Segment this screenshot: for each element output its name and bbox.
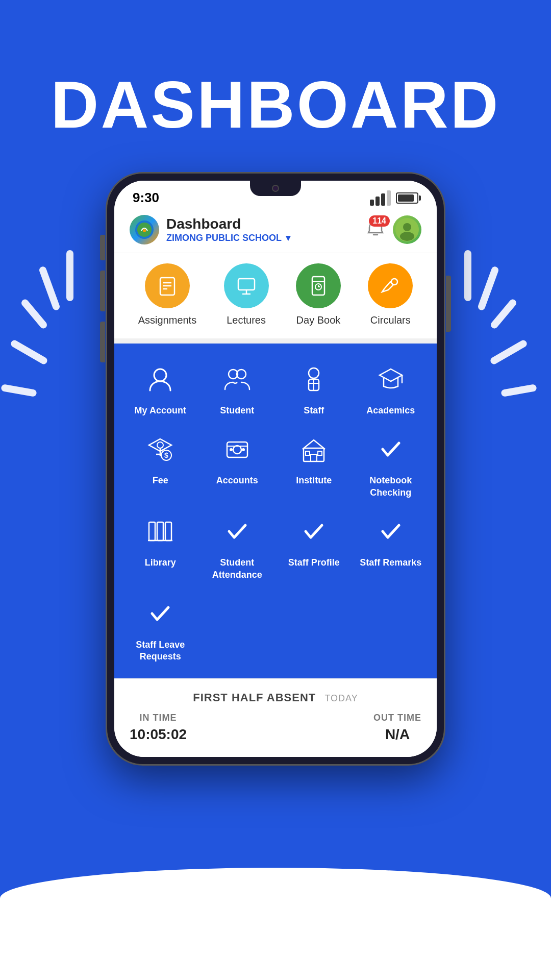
staff-remarks-icon [370,511,411,552]
section-divider [114,338,437,344]
daybook-icon [296,263,341,308]
svg-point-30 [154,369,166,381]
user-avatar[interactable] [393,215,421,244]
quick-icon-assignments[interactable]: Assignments [138,263,197,326]
bg-dashboard-title: DASHBOARD [0,66,551,143]
notebook-checking-icon [370,429,411,470]
my-account-label: My Account [135,405,186,416]
quick-icon-circulars[interactable]: Circulars [368,263,413,326]
in-time-col: IN TIME 10:05:02 [130,713,187,743]
accounts-label: Accounts [216,475,258,486]
menu-item-staff-leave-requests[interactable]: Staff Leave Requests [124,593,196,663]
staff-profile-icon [293,511,334,552]
out-time-value: N/A [373,726,421,743]
attendance-row: IN TIME 10:05:02 OUT TIME N/A [130,713,421,743]
svg-rect-21 [238,279,255,290]
svg-point-15 [403,223,411,231]
menu-item-student[interactable]: Student [202,359,273,416]
institute-icon [293,429,334,470]
school-logo [130,215,159,244]
menu-item-staff-remarks[interactable]: Staff Remarks [355,511,427,581]
bg-bottom-curve [0,868,551,980]
quick-icons-row: Assignments Lectures [114,253,437,338]
svg-rect-7 [464,250,471,301]
svg-point-45 [242,448,245,451]
library-label: Library [145,557,176,569]
academics-label: Academics [366,405,415,416]
notification-badge: 114 [369,215,390,227]
svg-point-16 [400,232,414,241]
student-icon [217,359,258,400]
header-title: Dashboard [166,216,290,232]
staff-icon [293,359,334,400]
quick-icon-lectures[interactable]: Lectures [224,263,269,326]
svg-point-33 [309,368,319,378]
svg-text:$: $ [164,451,168,459]
staff-leave-icon [140,593,181,634]
svg-rect-1 [38,265,61,311]
svg-rect-2 [66,250,73,301]
menu-item-notebook-checking[interactable]: Notebook Checking [355,429,427,499]
menu-item-my-account[interactable]: My Account [124,359,196,416]
lectures-icon [224,263,269,308]
svg-rect-6 [477,265,499,311]
svg-point-42 [233,446,241,454]
quick-icon-daybook[interactable]: Day Book [296,263,341,326]
menu-item-academics[interactable]: Academics [355,359,427,416]
library-icon [140,511,181,552]
attendance-section: FIRST HALF ABSENT TODAY IN TIME 10:05:02… [114,678,437,757]
attendance-title: FIRST HALF ABSENT TODAY [130,691,421,704]
institute-label: Institute [296,475,332,486]
fee-label: Fee [153,475,168,486]
staff-label: Staff [304,405,324,416]
menu-item-staff[interactable]: Staff [278,359,350,416]
menu-grid-container: My Account St [114,344,437,678]
svg-rect-49 [318,451,322,455]
svg-point-38 [157,442,163,448]
svg-rect-52 [165,522,171,541]
svg-rect-48 [306,451,310,455]
svg-point-12 [143,229,146,232]
fee-icon: $ [140,429,181,470]
svg-rect-50 [149,522,155,541]
menu-item-student-attendance[interactable]: Student Attendance [202,511,273,581]
menu-item-staff-profile[interactable]: Staff Profile [278,511,350,581]
my-account-icon [140,359,181,400]
student-label: Student [220,405,254,416]
daybook-label: Day Book [296,314,341,326]
out-time-col: OUT TIME N/A [373,713,421,743]
menu-grid: My Account St [124,359,427,663]
svg-rect-9 [500,384,537,397]
camera [272,185,279,192]
svg-rect-5 [489,298,518,330]
staff-leave-label: Staff Leave Requests [124,639,196,663]
menu-item-fee[interactable]: $ Fee [124,429,196,499]
menu-item-accounts[interactable]: Accounts [202,429,273,499]
staff-remarks-label: Staff Remarks [360,557,421,569]
notification-button[interactable]: 114 [366,219,385,240]
svg-rect-8 [489,339,528,365]
chevron-down-icon: ▾ [286,232,290,243]
circulars-label: Circulars [370,314,411,326]
in-time-value: 10:05:02 [130,726,187,743]
today-label: TODAY [324,693,358,703]
svg-rect-0 [20,298,48,330]
phone-notch [250,181,301,196]
out-time-label: OUT TIME [373,713,421,723]
battery-icon [396,192,418,204]
student-attendance-icon [217,511,258,552]
signal-icon [370,190,391,206]
academics-icon [370,359,411,400]
menu-item-institute[interactable]: Institute [278,429,350,499]
accounts-icon [217,429,258,470]
menu-item-library[interactable]: Library [124,511,196,581]
svg-rect-4 [1,384,37,397]
svg-rect-3 [10,339,48,365]
staff-profile-label: Staff Profile [288,557,340,569]
status-time: 9:30 [133,190,159,206]
school-name[interactable]: ZIMONG PUBLIC SCHOOL ▾ [166,232,290,243]
svg-rect-51 [157,522,163,541]
phone-frame: 9:30 [107,174,444,764]
notebook-checking-label: Notebook Checking [355,475,427,499]
circulars-icon [368,263,413,308]
